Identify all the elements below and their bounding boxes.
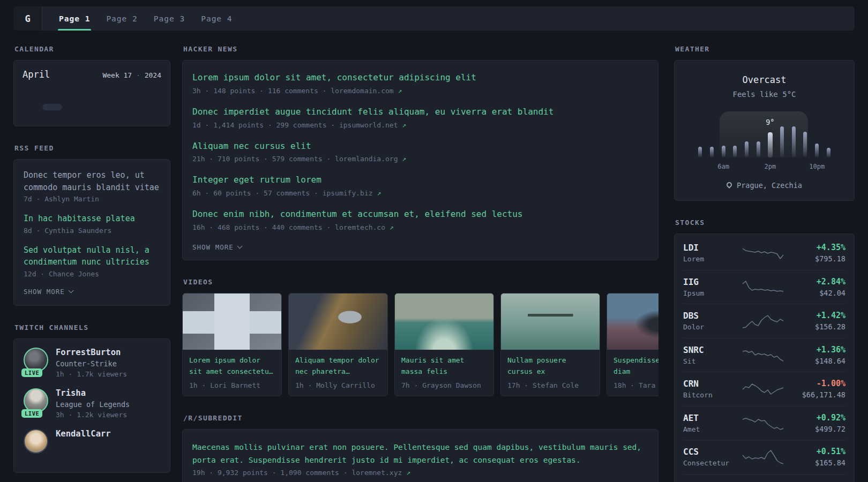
calendar-week-year: Week 17 · 2024 bbox=[102, 71, 161, 79]
stock-symbol[interactable]: AET bbox=[683, 413, 737, 423]
calendar-day bbox=[141, 113, 161, 119]
twitch-channel-name[interactable]: ForrestBurton bbox=[56, 348, 127, 357]
stock-identity: CRN Bitcorn bbox=[683, 379, 737, 399]
stock-symbol[interactable]: DBS bbox=[683, 311, 737, 321]
stock-row[interactable]: CCS Consectetur +0.51% $165.84 bbox=[683, 440, 845, 475]
live-badge: LIVE bbox=[21, 368, 42, 377]
hackernews-item-title[interactable]: Donec enim nibh, condimentum et accumsan… bbox=[192, 209, 648, 220]
calendar-day bbox=[102, 113, 122, 119]
video-card[interactable]: Lorem ipsum dolor sit amet consectetu… 1… bbox=[182, 293, 282, 396]
stock-name: Dolor bbox=[683, 323, 737, 331]
video-title[interactable]: Lorem ipsum dolor sit amet consectetu… bbox=[189, 355, 275, 378]
stocks-widget: STOCKS LDI Lorem +4.35% $795.18 bbox=[674, 219, 855, 482]
stock-values: +1.42% $156.28 bbox=[789, 311, 845, 331]
right-column: WEATHER Overcast Feels like 5°C bbox=[674, 45, 855, 482]
rss-widget: RSS FEED Donec tempor eros leo, ut commo… bbox=[13, 144, 170, 306]
video-thumbnail[interactable] bbox=[289, 293, 387, 350]
page-tab[interactable]: Page 4 bbox=[193, 6, 240, 31]
calendar-weekday bbox=[122, 87, 141, 92]
rss-item-title[interactable]: In hac habitasse platea bbox=[24, 213, 160, 225]
hackernews-item-title[interactable]: Donec imperdiet augue tincidunt felis al… bbox=[192, 107, 648, 118]
twitch-channel-info: Trisha League of Legends 3h · 1.2k viewe… bbox=[56, 388, 130, 419]
stock-symbol[interactable]: CRN bbox=[683, 379, 737, 389]
stock-name: Consectetur bbox=[683, 459, 737, 467]
twitch-channel-row[interactable]: LIVE ForrestBurton Counter-Strike 1h · 1… bbox=[24, 348, 160, 378]
stock-row[interactable]: CRN Bitcorn -1.00% $66,171.48 bbox=[683, 372, 845, 406]
page-tab[interactable]: Page 2 bbox=[98, 6, 145, 31]
hour-axis-label: 2pm bbox=[765, 163, 776, 170]
app-logo[interactable]: G bbox=[13, 6, 42, 31]
hackernews-item-title[interactable]: Lorem ipsum dolor sit amet, consectetur … bbox=[192, 72, 648, 84]
video-thumbnail[interactable] bbox=[501, 293, 600, 350]
stock-row[interactable]: AHS +0.46% bbox=[683, 475, 845, 482]
subreddit-section-title: /R/SUBREDDIT bbox=[183, 414, 659, 422]
video-card[interactable]: Nullam posuere cursus ex 17h · Stefan Co… bbox=[500, 293, 600, 396]
external-link-icon[interactable]: ↗ bbox=[406, 469, 410, 477]
video-title[interactable]: Aliquam tempor dolor nec pharetra… bbox=[295, 355, 381, 378]
temperature-bar bbox=[803, 132, 807, 157]
stock-row[interactable]: AET Amet +0.92% $499.72 bbox=[683, 406, 845, 441]
external-link-icon[interactable]: ↗ bbox=[402, 121, 406, 129]
avatar bbox=[24, 429, 48, 454]
external-link-icon[interactable]: ↗ bbox=[377, 189, 381, 197]
page-tab[interactable]: Page 3 bbox=[146, 6, 193, 31]
temperature-bar bbox=[757, 141, 760, 157]
calendar-month[interactable]: April bbox=[23, 69, 50, 80]
page-tab[interactable]: Page 1 bbox=[51, 6, 98, 31]
stock-identity: LDI Lorem bbox=[683, 243, 737, 263]
twitch-channel-row[interactable]: KendallCarr bbox=[24, 429, 160, 454]
subreddit-post-title[interactable]: Maecenas mollis pulvinar erat non posuer… bbox=[192, 441, 648, 467]
video-title[interactable]: Mauris sit amet massa felis bbox=[401, 355, 487, 378]
external-link-icon[interactable]: ↗ bbox=[390, 223, 394, 231]
stock-name: Lorem bbox=[683, 255, 737, 263]
twitch-channel-name[interactable]: Trisha bbox=[56, 388, 130, 398]
video-card[interactable]: Aliquam tempor dolor nec pharetra… 1h · … bbox=[288, 293, 388, 396]
rss-item-title[interactable]: Donec tempor eros leo, ut commodo mauris… bbox=[24, 169, 160, 193]
external-link-icon[interactable]: ↗ bbox=[398, 87, 402, 95]
stock-identity: DBS Dolor bbox=[683, 311, 737, 331]
video-thumbnail[interactable] bbox=[395, 293, 493, 350]
hackernews-widget: HACKER NEWS Lorem ipsum dolor sit amet, … bbox=[182, 45, 659, 260]
twitch-avatar-wrap: LIVE bbox=[24, 348, 48, 372]
hackernews-item-title[interactable]: Integer eget rutrum lorem bbox=[192, 175, 648, 186]
weather-hour-slot: 9° 2pm bbox=[764, 120, 776, 157]
rss-show-more-button[interactable]: SHOW MORE bbox=[24, 288, 160, 296]
weather-location: Prague, Czechia bbox=[686, 181, 842, 190]
rss-item-meta: 12d · Chance Jones bbox=[24, 270, 160, 278]
hackernews-show-more-button[interactable]: SHOW MORE bbox=[192, 243, 648, 251]
stock-row[interactable]: IIG Ipsum +2.84% $42.04 bbox=[683, 270, 845, 305]
hackernews-item-meta: 16h · 468 points · 440 comments · loremt… bbox=[192, 223, 648, 231]
external-link-icon[interactable]: ↗ bbox=[402, 155, 406, 163]
weather-hour-slot bbox=[788, 120, 799, 157]
video-title[interactable]: Suspendisse blandit diam bbox=[613, 355, 659, 378]
weather-hour-slot bbox=[706, 120, 717, 157]
twitch-card: LIVE ForrestBurton Counter-Strike 1h · 1… bbox=[13, 338, 170, 473]
video-meta: 18h · Tara bbox=[613, 381, 659, 389]
video-thumbnail[interactable] bbox=[183, 293, 281, 350]
stock-row[interactable]: LDI Lorem +4.35% $795.18 bbox=[683, 236, 845, 270]
stock-row[interactable]: SNRC Sit +1.36% $148.64 bbox=[683, 338, 845, 373]
stock-sparkline bbox=[737, 415, 789, 431]
stock-identity: SNRC Sit bbox=[683, 345, 737, 365]
stock-symbol[interactable]: IIG bbox=[683, 277, 737, 287]
stock-row[interactable]: DBS Dolor +1.42% $156.28 bbox=[683, 304, 845, 338]
hackernews-list: Lorem ipsum dolor sit amet, consectetur … bbox=[192, 72, 648, 231]
stock-sparkline bbox=[737, 449, 789, 465]
video-thumbnail[interactable] bbox=[607, 293, 659, 350]
video-title[interactable]: Nullam posuere cursus ex bbox=[507, 355, 593, 378]
stock-symbol[interactable]: LDI bbox=[683, 243, 737, 253]
stock-symbol[interactable]: CCS bbox=[683, 447, 737, 457]
twitch-channel-meta: 1h · 1.7k viewers bbox=[56, 370, 127, 378]
stock-symbol[interactable]: SNRC bbox=[683, 345, 737, 355]
video-card[interactable]: Mauris sit amet massa felis 7h · Grayson… bbox=[394, 293, 494, 396]
stock-values: +0.51% $165.84 bbox=[789, 447, 845, 467]
twitch-channel-name[interactable]: KendallCarr bbox=[56, 429, 111, 439]
hackernews-item-title[interactable]: Aliquam nec cursus elit bbox=[192, 141, 648, 152]
calendar-day bbox=[62, 95, 82, 101]
stock-change-percent: +1.42% bbox=[789, 311, 845, 320]
video-card[interactable]: Suspendisse blandit diam 18h · Tara bbox=[607, 293, 659, 396]
twitch-channel-row[interactable]: LIVE Trisha League of Legends 3h · 1.2k … bbox=[24, 388, 160, 419]
weather-section-title: WEATHER bbox=[675, 45, 855, 53]
rss-item-title[interactable]: Sed volutpat nulla nisl, a condimentum n… bbox=[24, 244, 160, 268]
video-card-body: Nullam posuere cursus ex 17h · Stefan Co… bbox=[501, 350, 600, 396]
